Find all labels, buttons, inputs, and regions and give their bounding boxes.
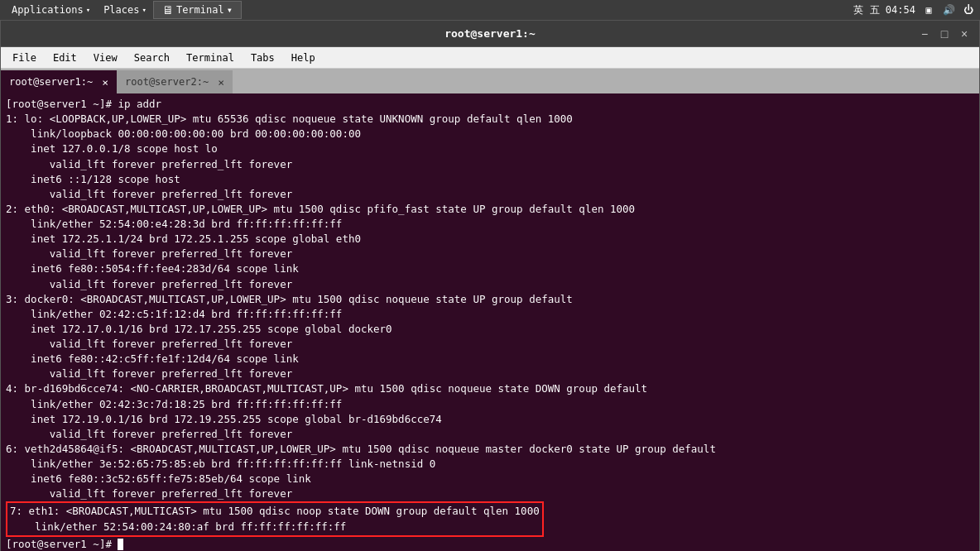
tab-server1-close[interactable]: ×: [102, 76, 108, 89]
terminal-line-0: [root@server1 ~]# ip addr 1: lo: <LOOPBA…: [6, 98, 716, 500]
terminal-menu-arrow: ▾: [227, 4, 233, 16]
power-icon[interactable]: ⏻: [962, 3, 975, 17]
terminal-content[interactable]: [root@server1 ~]# ip addr 1: lo: <LOOPBA…: [1, 93, 979, 551]
volume-icon[interactable]: 🔊: [942, 3, 955, 17]
terminal-window: root@server1:~ − □ × File Edit View Sear…: [0, 20, 980, 551]
menu-help[interactable]: Help: [283, 50, 324, 66]
menu-view[interactable]: View: [85, 50, 126, 66]
highlighted-terminal-block: 7: eth1: <BROADCAST,MULTICAST> mtu 1500 …: [6, 501, 544, 536]
close-button[interactable]: ×: [956, 26, 973, 42]
terminal-menu[interactable]: 🖥 Terminal ▾: [153, 1, 242, 19]
system-bar-right: 英 五 04:54 ▣ 🔊 ⏻: [853, 3, 975, 17]
language-indicator: 英: [853, 3, 863, 17]
places-arrow: ▾: [142, 6, 146, 14]
terminal-icon: 🖥: [162, 3, 174, 17]
places-menu[interactable]: Places ▾: [97, 2, 153, 17]
terminal-cursor: [118, 539, 123, 550]
menu-bar: File Edit View Search Terminal Tabs Help: [1, 47, 979, 69]
time-display: 五 04:54: [870, 3, 915, 17]
system-bar-left: Applications ▾ Places ▾ 🖥 Terminal ▾: [5, 1, 242, 19]
maximize-button[interactable]: □: [936, 26, 953, 42]
applications-arrow: ▾: [86, 6, 90, 14]
menu-tabs[interactable]: Tabs: [243, 50, 283, 66]
applications-label: Applications: [12, 4, 84, 16]
terminal-prompt-line: [root@server1 ~]#: [6, 538, 123, 550]
tab-bar: root@server1:~ × root@server2:~ ×: [1, 69, 979, 93]
applications-menu[interactable]: Applications ▾: [5, 2, 97, 17]
minimize-button[interactable]: −: [916, 26, 933, 42]
tab-server1-label: root@server1:~: [9, 76, 93, 88]
title-bar-controls: − □ ×: [916, 26, 973, 42]
title-bar: root@server1:~ − □ ×: [1, 21, 979, 47]
menu-file[interactable]: File: [4, 50, 45, 66]
places-label: Places: [103, 4, 139, 16]
tab-server2-label: root@server2:~: [125, 76, 209, 88]
screen-icon[interactable]: ▣: [922, 3, 935, 17]
tab-server2-close[interactable]: ×: [218, 76, 224, 89]
menu-edit[interactable]: Edit: [45, 50, 85, 66]
tab-server1[interactable]: root@server1:~ ×: [1, 70, 117, 93]
window-title: root@server1:~: [444, 27, 536, 40]
menu-terminal[interactable]: Terminal: [178, 50, 243, 66]
system-bar: Applications ▾ Places ▾ 🖥 Terminal ▾ 英 五…: [0, 0, 980, 20]
menu-search[interactable]: Search: [126, 50, 178, 66]
tab-server2[interactable]: root@server2:~ ×: [117, 70, 233, 93]
terminal-menu-label: Terminal: [176, 4, 224, 16]
